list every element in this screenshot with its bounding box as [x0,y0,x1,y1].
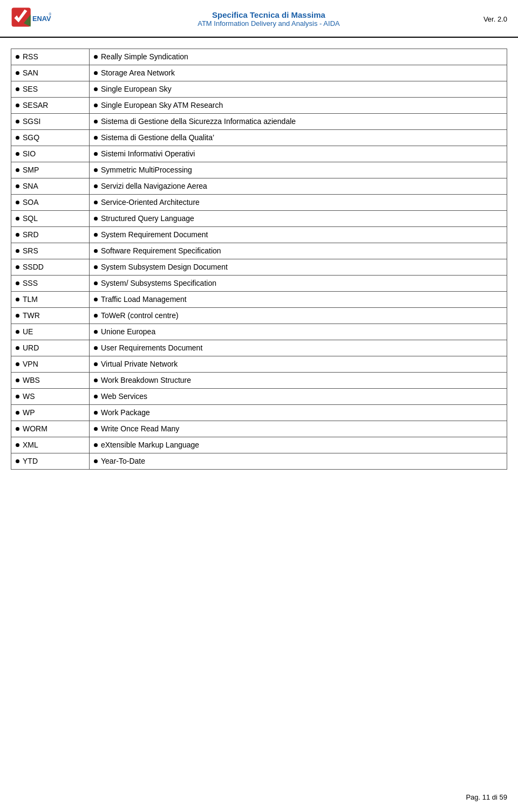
bullet-icon [16,168,19,172]
page-footer: Pag. 11 di 59 [466,793,507,801]
abbr-text: TWR [23,310,40,321]
table-row: WSWeb Services [11,389,507,405]
def-text: Software Requirement Specification [101,245,221,257]
def-text: Single European Sky [101,84,172,95]
def-cell: Single European Sky [90,81,507,98]
bullet-icon [94,136,98,140]
abbr-cell: SGSI [11,114,90,130]
bullet-icon [94,184,98,188]
abbr-text: SESAR [23,100,48,111]
bullet-icon [94,346,98,350]
bullet-icon [16,55,19,59]
abbr-cell: TLM [11,292,90,308]
def-text: Servizi della Navigazione Aerea [101,181,207,192]
table-row: SSSSystem/ Subsystems Specification [11,276,507,292]
table-row: UEUnione Europea [11,324,507,340]
bullet-icon [16,136,19,140]
table-row: SGSISistema di Gestione della Sicurezza … [11,114,507,130]
def-cell: Storage Area Network [90,65,507,81]
def-cell: Traffic Load Management [90,292,507,308]
abbr-cell: SNA [11,178,90,195]
bullet-icon [94,427,98,431]
abbr-cell: SOA [11,195,90,211]
def-cell: Symmetric MultiProcessing [90,162,507,178]
def-text: Structured Query Language [101,213,194,224]
def-text: eXtensible Markup Language [101,439,199,451]
def-cell: Sistemi Informativi Operativi [90,146,507,162]
bullet-icon [94,362,98,366]
bullet-icon [16,217,19,221]
bullet-icon [16,379,19,382]
def-text: Work Breakdown Structure [101,375,191,386]
def-cell: Software Requirement Specification [90,243,507,259]
bullet-icon [94,55,98,59]
table-row: SNAServizi della Navigazione Aerea [11,178,507,195]
def-cell: Structured Query Language [90,211,507,227]
bullet-icon [16,443,19,447]
bullet-icon [94,71,98,75]
abbr-text: WS [23,391,35,402]
table-row: SOAService-Oriented Architecture [11,195,507,211]
bullet-icon [94,152,98,156]
abbr-text: UE [23,326,33,338]
abbr-cell: RSS [11,49,90,65]
abbr-cell: TWR [11,308,90,324]
def-cell: Write Once Read Many [90,421,507,437]
bullet-icon [16,120,19,123]
abbr-text: SAN [23,67,38,79]
bullet-icon [16,71,19,75]
svg-text:®: ® [49,12,51,16]
header-title: Specifica Tecnica di Massima [54,10,483,19]
bullet-icon [16,427,19,431]
abbr-text: WORM [23,423,47,435]
bullet-icon [94,217,98,221]
def-text: System Requirement Document [101,229,208,240]
def-text: Single European Sky ATM Research [101,100,223,111]
abbr-text: XML [23,439,38,451]
def-text: System/ Subsystems Specification [101,278,216,289]
abbr-text: SOA [23,197,39,208]
abbr-text: WBS [23,375,40,386]
header-version: Ver. 2.0 [483,15,507,23]
abbr-cell: SES [11,81,90,98]
bullet-icon [16,152,19,156]
abbr-cell: SRS [11,243,90,259]
def-text: Symmetric MultiProcessing [101,164,192,176]
abbr-cell: SSS [11,276,90,292]
abbr-text: SSS [23,278,38,289]
def-cell: System Subsystem Design Document [90,259,507,276]
table-row: SRSSoftware Requirement Specification [11,243,507,259]
bullet-icon [94,330,98,334]
abbr-text: RSS [23,51,38,63]
table-row: SRDSystem Requirement Document [11,227,507,243]
abbr-cell: XML [11,437,90,453]
abbr-cell: WBS [11,373,90,389]
bullet-icon [16,249,19,253]
abbr-text: SES [23,84,38,95]
bullet-icon [16,184,19,188]
abbr-text: WP [23,407,35,418]
def-cell: System Requirement Document [90,227,507,243]
abbr-cell: SSDD [11,259,90,276]
abbr-text: TLM [23,294,38,305]
abbr-text: YTD [23,456,38,467]
def-text: User Requirements Document [101,342,202,354]
def-text: ToWeR (control centre) [101,310,179,321]
bullet-icon [16,281,19,285]
table-row: RSSReally Simple Syndication [11,49,507,65]
abbr-cell: WS [11,389,90,405]
table-row: SMPSymmetric MultiProcessing [11,162,507,178]
abbr-text: SRD [23,229,39,240]
bullet-icon [94,411,98,415]
bullet-icon [94,281,98,285]
def-text: Write Once Read Many [101,423,179,435]
abbr-text: SNA [23,181,38,192]
table-row: TWRToWeR (control centre) [11,308,507,324]
abbr-cell: SAN [11,65,90,81]
bullet-icon [94,168,98,172]
def-cell: Year-To-Date [90,453,507,470]
abbr-cell: SRD [11,227,90,243]
bullet-icon [94,87,98,91]
bullet-icon [16,104,19,107]
table-row: SESARSingle European Sky ATM Research [11,98,507,114]
